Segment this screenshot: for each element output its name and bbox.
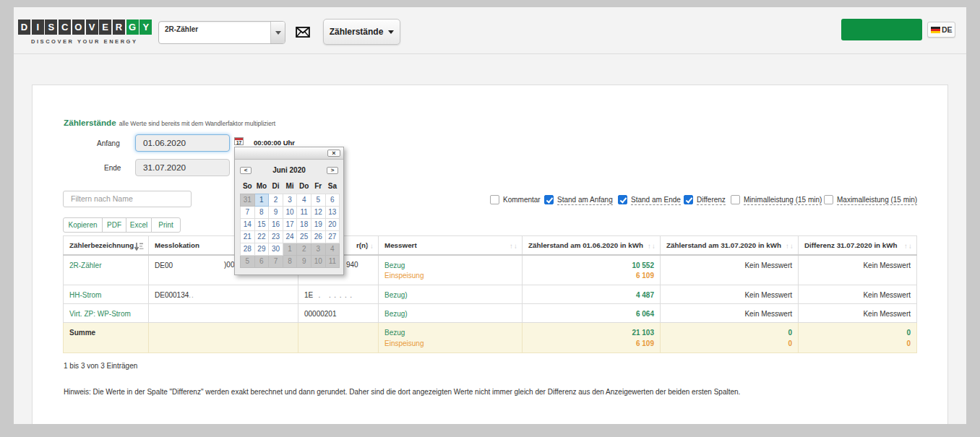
svg-text:17: 17 [236,140,242,145]
